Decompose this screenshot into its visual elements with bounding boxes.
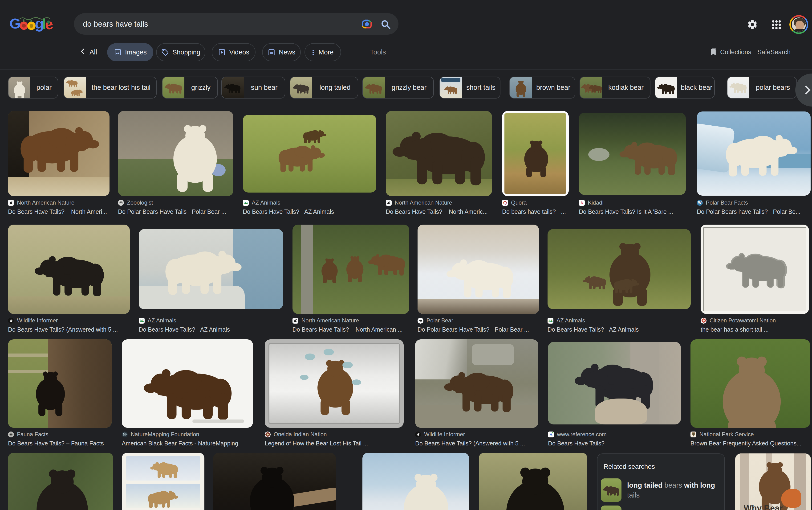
svg-text:e: e (43, 16, 55, 33)
svg-text:g: g (35, 15, 44, 32)
svg-text:G: G (9, 15, 21, 32)
